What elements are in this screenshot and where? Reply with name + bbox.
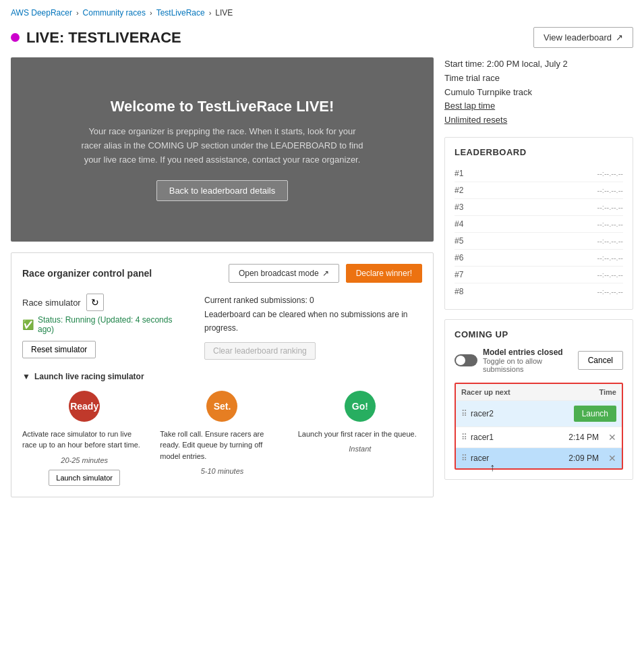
racer-name: racer — [471, 453, 568, 463]
lb-rank: #6 — [455, 253, 475, 263]
open-broadcast-mode-button[interactable]: Open broadcast mode ↗ — [229, 264, 339, 283]
welcome-banner: Welcome to TestLiveRace LIVE! Your race … — [11, 57, 434, 242]
step-badge-go: Go! — [345, 391, 376, 422]
submissions-text: Current ranked submissions: 0 Leaderboar… — [204, 294, 422, 335]
live-indicator-dot — [11, 33, 20, 42]
breadcrumb-community-races[interactable]: Community races — [83, 8, 146, 18]
reset-simulator-button[interactable]: Reset simulator — [22, 341, 96, 358]
submissions-section: Current ranked submissions: 0 Leaderboar… — [204, 294, 422, 359]
clear-leaderboard-button[interactable]: Clear leaderboard ranking — [204, 342, 316, 360]
leaderboard-row: #1--:--.--.-- — [455, 165, 623, 182]
remove-racer-button[interactable]: ✕ — [608, 453, 616, 464]
scoring: Best lap time — [444, 99, 633, 113]
lb-time: --:--.--.-- — [597, 254, 623, 262]
lb-rank: #8 — [455, 287, 475, 296]
lb-rank: #5 — [455, 236, 475, 246]
leaderboard-row: #5--:--.--.-- — [455, 233, 623, 250]
queue-row: ⠿ racer2Launch — [456, 400, 622, 427]
queue-row: ⠿ racer12:14 PM✕ — [456, 427, 622, 447]
main-layout: Welcome to TestLiveRace LIVE! Your race … — [11, 57, 633, 497]
race-info: Start time: 2:00 PM local, July 2 Time t… — [444, 57, 633, 128]
leaderboard-title: LEADERBOARD — [455, 147, 623, 157]
back-to-leaderboard-button[interactable]: Back to leaderboard details — [156, 180, 289, 201]
right-panel: Start time: 2:00 PM local, July 2 Time t… — [444, 57, 633, 497]
simulator-status: ✅ Status: Running (Updated: 4 seconds ag… — [22, 315, 184, 334]
leaderboard-row: #8--:--.--.-- — [455, 283, 623, 300]
race-type: Time trial race — [444, 72, 633, 86]
toggle-sublabel: Toggle on to allow submissions — [483, 357, 578, 373]
step-time-go: Instant — [298, 445, 422, 453]
simulator-label: Race simulator ↻ — [22, 294, 184, 311]
leaderboard-row: #4--:--.--.-- — [455, 216, 623, 233]
racer-name: racer2 — [471, 409, 574, 418]
drag-icon: ⠿ — [461, 409, 467, 418]
triangle-icon: ▼ — [22, 372, 30, 381]
left-panel: Welcome to TestLiveRace LIVE! Your race … — [11, 57, 434, 497]
control-panel-header: Race organizer control panel Open broadc… — [22, 264, 422, 283]
breadcrumb-testliverace[interactable]: TestLiveRace — [156, 8, 205, 18]
declare-winner-button[interactable]: Declare winner! — [346, 264, 422, 283]
view-leaderboard-button[interactable]: View leaderboard ↗ — [533, 27, 633, 48]
lb-time: --:--.--.-- — [597, 287, 623, 296]
launch-section-title: ▼ Launch live racing simulator — [22, 372, 422, 381]
leaderboard-row: #2--:--.--.-- — [455, 182, 623, 199]
drag-icon: ⠿ — [461, 453, 467, 463]
cancel-button[interactable]: Cancel — [578, 351, 623, 370]
simulator-section: Race simulator ↻ ✅ Status: Running (Upda… — [22, 294, 184, 359]
breadcrumb: AWS DeepRacer › Community races › TestLi… — [11, 8, 633, 18]
step-desc-ready: Activate race simulator to run live race… — [22, 429, 146, 451]
control-panel-title: Race organizer control panel — [22, 268, 152, 279]
launch-step-ready: Ready Activate race simulator to run liv… — [22, 391, 146, 486]
queue-rows: ⠿ racer2Launch⠿ racer12:14 PM✕⠿ racer2:0… — [456, 400, 622, 468]
leaderboard-row: #7--:--.--.-- — [455, 267, 623, 283]
start-time: Start time: 2:00 PM local, July 2 — [444, 57, 633, 72]
launch-section: ▼ Launch live racing simulator Ready Act… — [22, 372, 422, 486]
launch-step-go: Go! Launch your first racer in the queue… — [298, 391, 422, 486]
queue-header-racer: Racer up next — [461, 388, 510, 396]
lb-time: --:--.--.-- — [597, 271, 623, 279]
step-desc-set: Take roll call. Ensure racers are ready.… — [160, 429, 284, 462]
resets: Unlimited resets — [444, 113, 633, 128]
breadcrumb-live: LIVE — [215, 8, 233, 18]
welcome-body: Your race organizer is prepping the race… — [81, 125, 364, 167]
external-link-icon: ↗ — [616, 32, 623, 43]
lb-time: --:--.--.-- — [597, 220, 623, 228]
racer-time: 2:14 PM — [568, 433, 599, 442]
model-entries-toggle[interactable] — [455, 354, 477, 366]
lb-time: --:--.--.-- — [597, 237, 623, 245]
drag-icon: ⠿ — [461, 433, 467, 442]
step-time-set: 5-10 minutes — [160, 467, 284, 475]
status-ok-icon: ✅ — [22, 319, 34, 330]
launch-steps: Ready Activate race simulator to run liv… — [22, 391, 422, 486]
queue-header: Racer up next Time — [456, 384, 622, 400]
toggle-info: Model entries closed Toggle on to allow … — [455, 348, 578, 373]
lb-rank: #7 — [455, 270, 475, 279]
lb-time: --:--.--.-- — [597, 186, 623, 194]
control-panel: Race organizer control panel Open broadc… — [11, 252, 434, 497]
control-panel-buttons: Open broadcast mode ↗ Declare winner! — [229, 264, 422, 283]
toggle-label: Model entries closed — [483, 348, 578, 357]
leaderboard-row: #3--:--.--.-- — [455, 199, 623, 216]
launch-step-set: Set. Take roll call. Ensure racers are r… — [160, 391, 284, 486]
queue-row: ⠿ racer2:09 PM✕↑ — [456, 447, 622, 468]
lb-rank: #4 — [455, 219, 475, 229]
step-time-ready: 20-25 minutes — [22, 456, 146, 464]
breadcrumb-deepracer[interactable]: AWS DeepRacer — [11, 8, 72, 18]
step-badge-ready: Ready — [69, 391, 100, 422]
queue-header-time: Time — [599, 388, 616, 396]
refresh-simulator-button[interactable]: ↻ — [86, 294, 104, 311]
launch-simulator-button[interactable]: Launch simulator — [49, 470, 120, 486]
step-desc-go: Launch your first racer in the queue. — [298, 429, 422, 440]
launch-racer-button[interactable]: Launch — [574, 406, 616, 422]
lb-rank: #3 — [455, 202, 475, 212]
lb-rank: #1 — [455, 169, 475, 178]
leaderboard-section: LEADERBOARD #1--:--.--.--#2--:--.--.--#3… — [444, 137, 633, 310]
racer-time: 2:09 PM — [568, 453, 599, 463]
racer-name: racer1 — [471, 433, 568, 442]
toggle-row: Model entries closed Toggle on to allow … — [455, 348, 623, 373]
lb-time: --:--.--.-- — [597, 203, 623, 211]
lb-time: --:--.--.-- — [597, 169, 623, 177]
leaderboard-rows: #1--:--.--.--#2--:--.--.--#3--:--.--.--#… — [455, 165, 623, 300]
track-name: Cumulo Turnpike track — [444, 86, 633, 100]
remove-racer-button[interactable]: ✕ — [608, 432, 616, 443]
